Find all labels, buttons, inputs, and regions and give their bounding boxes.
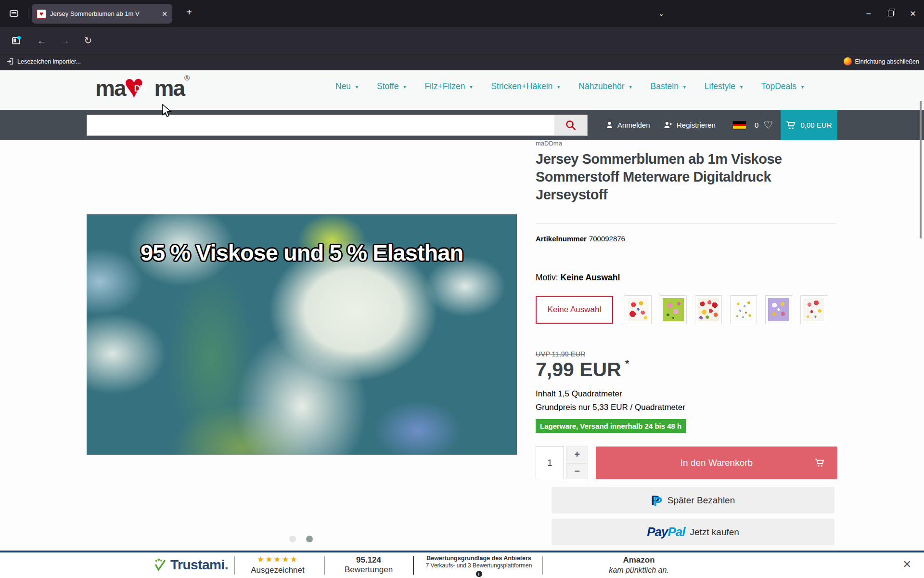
window-controls: – ✕: [858, 0, 924, 27]
browser-toolbar: ← → ↻ www.maddma.de/arti_700092876_84582…: [0, 27, 924, 54]
german-flag-icon: [732, 121, 746, 130]
variant-thumb-6[interactable]: [800, 295, 827, 324]
variant-thumb-3[interactable]: [695, 295, 722, 324]
search-button[interactable]: [554, 115, 588, 136]
logo-text-right: ma: [154, 73, 184, 103]
new-tab-button[interactable]: +: [182, 7, 196, 18]
trustami-logo[interactable]: Trustami.: [153, 557, 228, 573]
tab-title: Jersey Sommerblumen ab 1m V: [50, 10, 152, 17]
cart-icon: [815, 458, 825, 468]
finish-setup-button[interactable]: Einrichtung abschließen: [844, 57, 919, 66]
cart-total: 0,00 EUR: [800, 121, 832, 129]
site-logo[interactable]: ma ♥ DD ma ®: [95, 73, 190, 103]
paypal-logo: PayPal: [647, 525, 685, 539]
wishlist-count: 0: [755, 121, 758, 129]
info-icon[interactable]: i: [476, 571, 482, 577]
main-navigation: Neu▼ Stoffe▼ Filz+Filzen▼ Stricken+Häkel…: [335, 81, 805, 92]
variant-selector: Keine Auswahl: [536, 295, 835, 324]
quantity-input[interactable]: [536, 447, 564, 479]
nav-item-filz-filzen[interactable]: Filz+Filzen▼: [424, 81, 473, 92]
login-link[interactable]: Anmelden: [605, 110, 650, 140]
cart-icon: [786, 120, 796, 130]
sku-row: Artikelnummer700092876: [536, 235, 625, 243]
notification-dot: [17, 36, 21, 39]
page-scrollbar[interactable]: [920, 101, 922, 238]
product-image[interactable]: 95 % Viskose und 5 % Elasthan: [87, 214, 517, 455]
browser-tab[interactable]: ♥ Jersey Sommerblumen ab 1m V ✕: [32, 4, 172, 24]
language-flag-germany[interactable]: [732, 110, 746, 140]
variant-thumb-1[interactable]: [625, 295, 652, 324]
quantity-stepper: + −: [566, 447, 588, 479]
restore-button[interactable]: [880, 0, 902, 27]
nav-item-basteln[interactable]: Basteln▼: [651, 81, 687, 92]
motiv-value: Keine Auswahl: [561, 273, 620, 282]
firefox-logo-icon: [844, 57, 852, 66]
sku-value: 700092876: [589, 235, 625, 243]
base-price: Grundpreis nur 5,33 EUR / Quadratmeter: [536, 403, 685, 412]
nav-item-lifestyle[interactable]: Lifestyle▼: [705, 81, 744, 92]
add-to-cart-button[interactable]: In den Warenkorb: [596, 447, 837, 479]
quantity-increase-button[interactable]: +: [566, 447, 588, 462]
caret-down-icon: ▼: [629, 84, 633, 90]
wishlist-link[interactable]: 0 ♡: [755, 110, 773, 140]
trustbar-close-icon[interactable]: ✕: [903, 558, 911, 571]
person-icon: [605, 121, 614, 129]
caret-down-icon: ▼: [469, 84, 474, 90]
add-to-cart-row: + − In den Warenkorb: [536, 447, 837, 479]
variant-none-button[interactable]: Keine Auswahl: [536, 296, 613, 324]
forward-icon[interactable]: →: [58, 34, 72, 47]
paypal-pay-later-button[interactable]: PP Später Bezahlen: [552, 487, 834, 513]
nav-item-stricken-haekeln[interactable]: Stricken+Häkeln▼: [491, 81, 561, 92]
close-window-button[interactable]: ✕: [902, 0, 924, 27]
rating-label: Ausgezeichnet: [246, 565, 309, 575]
caret-down-icon: ▼: [739, 84, 744, 90]
variant-thumb-2[interactable]: [660, 295, 687, 324]
site-favicon-heart-icon: ♥: [37, 9, 46, 19]
logo-text-left: ma: [95, 73, 125, 103]
nav-item-neu[interactable]: Neu▼: [335, 81, 359, 92]
back-icon[interactable]: ←: [35, 34, 49, 47]
caret-down-icon: ▼: [682, 84, 687, 90]
minimize-button[interactable]: –: [858, 0, 880, 27]
site-header-bar: Anmelden Registrieren 0 ♡ 0,00 EUR: [0, 110, 924, 140]
cart-button[interactable]: 0,00 EUR: [781, 110, 837, 140]
nav-item-naehzubehoer[interactable]: Nähzubehör▼: [578, 81, 632, 92]
caret-down-icon: ▼: [556, 84, 561, 90]
firefox-view-icon[interactable]: [6, 6, 22, 21]
product-image-caption: 95 % Viskose und 5 % Elasthan: [87, 239, 517, 266]
carousel-dots: [289, 536, 313, 542]
register-link[interactable]: Registrieren: [663, 110, 716, 140]
sidebar-icon[interactable]: [9, 34, 23, 47]
trustami-rating: ★★★★★ Ausgezeichnet: [246, 554, 309, 575]
person-plus-icon: [663, 121, 673, 129]
quantity-decrease-button[interactable]: −: [566, 463, 588, 479]
tab-separator: [28, 8, 28, 19]
product-price: 7,99 EUR*: [536, 358, 625, 381]
reload-icon[interactable]: ↻: [81, 34, 95, 47]
variant-thumb-5[interactable]: [765, 295, 792, 324]
variant-thumb-4[interactable]: [730, 295, 757, 324]
motiv-row: Motiv: Keine Auswahl: [536, 273, 620, 283]
logo-heart-icon: ♥ DD: [126, 73, 154, 103]
firefox-view-glyph: [10, 10, 18, 17]
tab-list-chevron-icon[interactable]: ⌄: [658, 0, 664, 27]
caret-down-icon: ▼: [402, 84, 407, 90]
nav-item-stoffe[interactable]: Stoffe▼: [377, 81, 407, 92]
paypal-buy-now-button[interactable]: PayPal Jetzt kaufen: [552, 519, 834, 545]
sku-label: Artikelnummer: [536, 235, 587, 243]
content-amount: Inhalt 1,5 Quadratmeter: [536, 389, 622, 399]
carousel-dot-2[interactable]: [306, 536, 313, 542]
stock-status-badge: Lagerware, Versand innerhalb 24 bis 48 h: [536, 419, 686, 433]
product-title: Jersey Sommerblumen ab 1m Viskose Sommer…: [536, 150, 798, 204]
tab-close-icon[interactable]: ✕: [162, 10, 167, 18]
trustami-check-icon: [153, 558, 167, 572]
search-input[interactable]: [87, 115, 555, 136]
carousel-dot-1[interactable]: [289, 536, 296, 542]
uvp-price: UVP 11,99 EUR: [536, 350, 585, 358]
import-bookmarks-button[interactable]: Lesezeichen importier...: [7, 58, 81, 65]
nav-item-topdeals[interactable]: TopDeals▼: [761, 81, 805, 92]
breadcrumb-brand[interactable]: maDDma: [536, 140, 562, 147]
trustami-bar: Trustami. ★★★★★ Ausgezeichnet 95.124Bewe…: [0, 551, 924, 578]
import-icon: [7, 58, 14, 65]
star-rating-icons: ★★★★★: [246, 554, 309, 565]
